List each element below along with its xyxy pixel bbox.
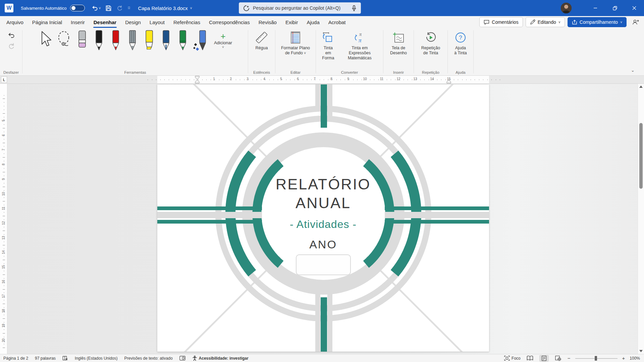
tab-revisao[interactable]: Revisão <box>254 16 281 28</box>
group-caption-inserir: Inserir <box>383 70 414 74</box>
ribbon-undo-icon[interactable] <box>8 32 15 39</box>
pen-green[interactable] <box>174 29 191 51</box>
select-tool[interactable] <box>35 29 54 48</box>
v-ruler-number: 14 <box>2 250 5 255</box>
drawing-canvas-button[interactable]: Tela de Desenho <box>388 29 409 56</box>
left-indent-marker[interactable] <box>195 76 200 83</box>
editing-mode-button[interactable]: Editando ˅ <box>526 17 565 27</box>
scrollbar-thumb[interactable] <box>639 123 643 189</box>
h-ruler-tick <box>433 79 433 80</box>
tab-correspondencias[interactable]: Correspondências <box>205 16 254 28</box>
cover-title-line1: RELATÓRIO <box>157 175 489 194</box>
redo-button[interactable] <box>116 5 123 11</box>
proofing-status[interactable] <box>62 356 68 361</box>
document-title[interactable]: Capa Relatório 3.docx ˅ <box>138 5 192 11</box>
undo-button[interactable]: ˅ <box>92 5 101 11</box>
add-pen-button[interactable]: + Adicionar ˅ <box>211 29 235 49</box>
text-predictions-toggle[interactable] <box>179 356 185 361</box>
cover-text-block[interactable]: RELATÓRIO ANUAL - Atividades - ANO <box>157 175 489 275</box>
share-button[interactable]: Compartilhamento ˅ <box>568 17 627 27</box>
group-repeticao: Repetição de Tinta Repetição <box>414 28 447 75</box>
microphone-icon[interactable] <box>352 5 357 11</box>
vertical-ruler[interactable]: 567891011121314151617181920 <box>0 84 7 354</box>
h-ruler-tick <box>395 79 395 80</box>
web-layout-icon <box>555 356 561 361</box>
zoom-out-button[interactable]: − <box>568 355 571 361</box>
close-button[interactable] <box>625 0 644 16</box>
save-button[interactable] <box>105 5 112 11</box>
collapse-ribbon-chevron-icon[interactable]: ⌄ <box>631 68 635 73</box>
tab-desenhar[interactable]: Desenhar <box>89 16 121 28</box>
pen-red[interactable] <box>107 29 124 51</box>
year-text-box[interactable] <box>296 254 351 275</box>
people-presence-icon[interactable] <box>632 19 639 25</box>
restore-button[interactable] <box>605 0 625 16</box>
group-caption-editar: Editar <box>275 70 316 74</box>
h-ruler-tick <box>374 79 374 80</box>
pen-blue[interactable] <box>158 29 174 51</box>
ruler-button[interactable]: Régua <box>253 29 271 51</box>
autosave-toggle[interactable] <box>70 5 85 11</box>
tab-pagina-inicial[interactable]: Página Inicial <box>28 16 66 28</box>
ink-help-button[interactable]: ? Ajuda à Tinta <box>452 29 469 56</box>
group-ajuda: ? Ajuda à Tinta Ajuda <box>448 28 473 75</box>
title-bar: W Salvamento Automático ˅ ⍗ Capa Relatór… <box>0 0 644 16</box>
read-mode-button[interactable] <box>525 355 535 362</box>
scroll-down-arrow[interactable] <box>638 348 644 354</box>
pencil-tool[interactable] <box>124 29 141 51</box>
lasso-select-tool[interactable] <box>54 29 74 49</box>
zoom-in-button[interactable]: + <box>622 355 625 361</box>
ink-replay-button[interactable]: Repetição de Tinta <box>419 29 442 56</box>
eraser-tool[interactable] <box>74 29 91 50</box>
h-ruler-tick <box>248 79 249 80</box>
h-ruler-tick <box>424 79 425 80</box>
tab-exibir[interactable]: Exibir <box>281 16 303 28</box>
accessibility-status[interactable]: Acessibilidade: investigar <box>192 356 249 361</box>
language-indicator[interactable]: Inglês (Estados Unidos) <box>75 356 117 361</box>
tab-stop-selector[interactable]: L <box>1 76 7 83</box>
h-ruler-tick <box>412 79 412 80</box>
tab-inserir[interactable]: Inserir <box>66 16 89 28</box>
quick-access-toolbar: ˅ ⍗ <box>92 5 130 11</box>
copilot-search-bar[interactable]: Pesquisar ou perguntar ao Copilot (Alt+Q… <box>239 2 361 14</box>
tab-acrobat[interactable]: Acrobat <box>324 16 350 28</box>
read-mode-icon <box>527 356 533 361</box>
zoom-slider[interactable] <box>575 355 618 362</box>
tab-design[interactable]: Design <box>121 16 145 28</box>
zoom-slider-thumb[interactable] <box>595 356 597 361</box>
ink-to-math-button[interactable]: ππ Tinta em Expressões Matemáticas <box>338 29 381 61</box>
redo-icon <box>116 5 123 11</box>
horizontal-ruler[interactable]: 123456789101112131415 L <box>0 76 644 84</box>
word-app-icon[interactable]: W <box>5 4 13 12</box>
focus-mode-button[interactable]: Foco <box>504 356 521 361</box>
print-layout-button[interactable] <box>539 355 549 362</box>
format-background-button[interactable]: Formatar Plano de Fundo ˅ <box>279 29 312 56</box>
document-canvas[interactable]: 567891011121314151617181920 <box>0 84 644 354</box>
customize-qat-chevron-icon[interactable]: ⍗ <box>128 6 130 10</box>
web-layout-button[interactable] <box>553 355 563 362</box>
minimize-button[interactable] <box>586 0 605 16</box>
tab-layout[interactable]: Layout <box>145 16 169 28</box>
v-ruler-number: 7 <box>2 147 5 152</box>
zoom-level[interactable]: 100% <box>630 356 640 361</box>
pen-black[interactable] <box>91 29 107 51</box>
comments-button[interactable]: Comentários <box>479 17 523 27</box>
scroll-up-arrow[interactable] <box>638 84 644 89</box>
h-ruler-tick <box>491 79 492 80</box>
page-indicator[interactable]: Página 1 de 2 <box>3 356 28 361</box>
tab-arquivo[interactable]: Arquivo <box>2 16 28 28</box>
tab-referencias[interactable]: Referências <box>169 16 205 28</box>
document-page[interactable]: RELATÓRIO ANUAL - Atividades - ANO <box>157 84 489 352</box>
text-predictions-status[interactable]: Previsões de texto: ativado <box>124 356 173 361</box>
vertical-scrollbar[interactable] <box>638 84 644 354</box>
right-indent-marker[interactable] <box>446 79 451 83</box>
v-ruler-tick <box>3 260 5 260</box>
v-ruler-tick <box>3 289 5 290</box>
ribbon-redo-icon[interactable] <box>8 42 15 49</box>
highlighter-tool[interactable] <box>141 29 158 51</box>
pen-galaxy[interactable] <box>191 29 211 51</box>
ink-to-shape-button[interactable]: Tinta em Forma <box>318 29 338 61</box>
tab-ajuda[interactable]: Ajuda <box>302 16 324 28</box>
user-avatar[interactable] <box>561 3 572 13</box>
word-count[interactable]: 97 palavras <box>35 356 56 361</box>
